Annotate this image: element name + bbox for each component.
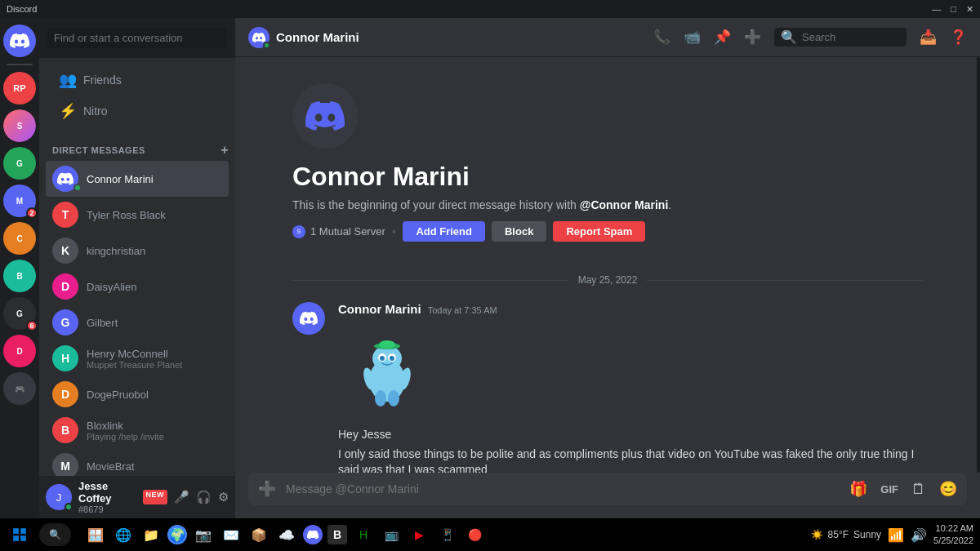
start-button[interactable] (7, 522, 33, 548)
dm-item-name-henry: Henry McConnell (87, 348, 222, 360)
pin-button[interactable]: 📌 (714, 29, 731, 46)
nitro-nav-item[interactable]: ⚡ Nitro (46, 96, 229, 127)
svg-point-13 (375, 390, 386, 407)
gift-button[interactable]: 🎁 (846, 473, 871, 504)
add-dm-button[interactable]: + (220, 143, 229, 158)
report-spam-button[interactable]: Report Spam (553, 221, 645, 242)
dm-item-sub-henry: Muppet Treasure Planet (87, 360, 222, 370)
server-icon-wrapper-2: S (3, 109, 36, 142)
taskbar-search[interactable]: 🔍 (39, 523, 71, 546)
sticker-button[interactable]: 🗒 (908, 474, 929, 504)
header-search-input[interactable] (802, 31, 900, 43)
taskbar-icon-9[interactable]: 📺 (380, 523, 403, 546)
svg-point-8 (390, 357, 392, 358)
server-icon-3[interactable]: G (3, 147, 36, 180)
taskbar-icon-12[interactable]: 🔴 (463, 523, 486, 546)
dm-item-henry[interactable]: H Henry McConnell Muppet Treasure Planet (46, 340, 229, 376)
msg-sticker (338, 319, 923, 420)
taskbar-icon-10[interactable]: ▶ (408, 523, 430, 546)
weather-temp: 85°F (828, 529, 849, 540)
dm-item-sub-bloxlink: Playing /help /invite (87, 432, 222, 442)
taskbar-icon-b[interactable]: B (327, 525, 347, 544)
message-input-area: ➕ 🎁 GIF 🗒 😊 (235, 473, 980, 518)
dm-item-dogepruobol[interactable]: D DogePruobol (46, 376, 229, 412)
server-badge-4: 2 (26, 207, 38, 219)
channel-online-dot (263, 42, 270, 49)
deafen-button[interactable]: 🎧 (196, 490, 212, 504)
settings-button[interactable]: ⚙ (218, 490, 229, 504)
taskbar-icon-6[interactable]: 📦 (247, 523, 270, 546)
taskbar-icon-5[interactable]: ✉️ (220, 523, 243, 546)
dm-section-header: DIRECT MESSAGES + (39, 133, 235, 161)
dm-item-tyler[interactable]: T Tyler Ross Black (46, 197, 229, 233)
gif-button[interactable]: GIF (877, 477, 902, 502)
close-button[interactable]: ✕ (966, 4, 973, 15)
inbox-button[interactable]: 📥 (920, 29, 937, 46)
msg-text-1a: Hey Jesse (338, 427, 923, 443)
dm-avatar-bloxlink: B (52, 417, 78, 443)
server-icon-2[interactable]: S (3, 109, 36, 142)
discord-home-button[interactable] (3, 24, 36, 57)
chat-scrollbar[interactable] (977, 57, 980, 473)
help-button[interactable]: ❓ (950, 29, 967, 46)
server-icon-9[interactable]: 🎮 (3, 372, 36, 405)
titlebar-controls: — □ ✕ (932, 4, 973, 15)
wifi-icon: 📶 (888, 527, 904, 543)
dm-search-input[interactable] (47, 28, 227, 48)
msg-header-1: Connor Marini Today at 7:35 AM (338, 302, 923, 316)
mute-button[interactable]: 🎤 (174, 490, 189, 504)
dm-avatar-tyler: T (52, 202, 78, 228)
discord-taskbar-icon[interactable] (303, 525, 323, 544)
taskbar-icon-7[interactable]: ☁️ (275, 523, 298, 546)
taskbar-icon-3[interactable]: 📁 (140, 523, 163, 546)
call-button[interactable]: 📞 (653, 29, 670, 46)
server-icon-8[interactable]: D (3, 335, 36, 367)
maximize-button[interactable]: □ (951, 4, 956, 15)
dm-item-daisyalien[interactable]: D DaisyAlien (46, 269, 229, 304)
server-icon-1[interactable]: RP (3, 72, 36, 104)
taskbar-icon-2[interactable]: 🌐 (112, 523, 135, 546)
dm-item-moviebrat[interactable]: M MovieBrat (46, 448, 229, 476)
dm-avatar-henry: H (52, 345, 78, 371)
taskbar-icon-chrome[interactable]: 🌍 (167, 525, 187, 544)
emoji-button[interactable]: 😊 (936, 473, 960, 504)
video-button[interactable]: 📹 (684, 29, 701, 46)
taskbar-icon-1[interactable]: 🪟 (84, 523, 107, 546)
taskbar-icon-11[interactable]: 📱 (435, 523, 458, 546)
minimize-button[interactable]: — (932, 4, 941, 15)
dm-item-info-bloxlink: Bloxlink Playing /help /invite (87, 420, 222, 442)
message-input[interactable] (286, 473, 840, 505)
dm-item-gilbert[interactable]: G Gilbert (46, 304, 229, 340)
dm-item-name-bloxlink: Bloxlink (87, 420, 222, 432)
taskbar-icon-4[interactable]: 📷 (192, 523, 215, 546)
svg-point-6 (390, 356, 394, 361)
server-icon-5[interactable]: C (3, 222, 36, 255)
dm-item-info-tyler: Tyler Ross Black (87, 209, 222, 221)
add-attachment-button[interactable]: ➕ (255, 473, 279, 504)
taskbar-icon-8[interactable]: H (352, 523, 375, 546)
date-divider-text: May 25, 2022 (578, 274, 638, 286)
taskbar: 🔍 🪟 🌐 📁 🌍 📷 ✉️ 📦 ☁️ B H 📺 ▶ 📱 🔴 ☀️ 85°F … (0, 518, 980, 551)
dm-item-name-moviebrat: MovieBrat (87, 460, 222, 473)
dm-list: Connor Marini T Tyler Ross Black K kingc… (39, 161, 235, 476)
dm-item-bloxlink[interactable]: B Bloxlink Playing /help /invite (46, 412, 229, 448)
block-button[interactable]: Block (492, 221, 546, 242)
dm-item-connor-marini[interactable]: Connor Marini (46, 161, 229, 197)
add-member-button[interactable]: ➕ (744, 29, 761, 46)
chat-area[interactable]: Connor Marini This is the beginning of y… (235, 57, 980, 473)
app-title: Discord (7, 4, 37, 14)
svg-rect-18 (20, 535, 26, 541)
dm-item-kingchristian[interactable]: K kingchristian (46, 233, 229, 269)
taskbar-right: ☀️ 85°F Sunny 📶 🔊 10:22 AM 5/25/2022 (811, 522, 973, 548)
friends-nav-item[interactable]: 👥 Friends (46, 64, 229, 96)
weather-icon: ☀️ (811, 529, 823, 540)
clock: 10:22 AM (933, 522, 973, 535)
app-layout: RP S G M 2 C B G 6 D 🎮 (0, 18, 980, 518)
dm-online-dot-connor (74, 184, 82, 192)
server-icon-6[interactable]: B (3, 260, 36, 292)
server-icon-wrapper-9: 🎮 (3, 372, 36, 405)
time-date: 10:22 AM 5/25/2022 (933, 522, 973, 548)
dm-item-name-gilbert: Gilbert (87, 317, 222, 329)
msg-text-1b: I only said those things to be polite an… (338, 447, 923, 473)
add-friend-button[interactable]: Add Friend (403, 221, 485, 242)
